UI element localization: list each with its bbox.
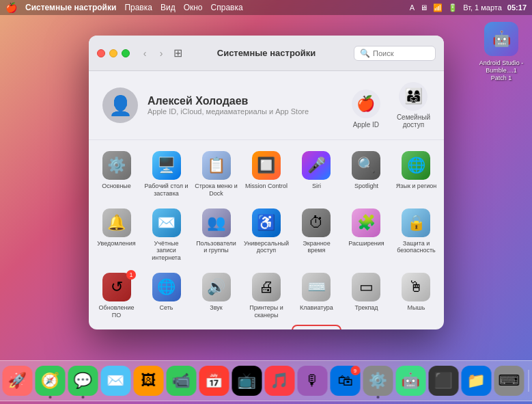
window-titlebar: ‹ › ⊞ Системные настройки 🔍: [89, 36, 444, 71]
pref-label-notifications: Уведомления: [97, 240, 135, 247]
forward-button[interactable]: ›: [154, 46, 168, 60]
pref-item-software[interactable]: 1↺Обновление ПО: [92, 267, 141, 325]
pref-item-dock[interactable]: 📋Строка меню и Dock: [191, 146, 241, 203]
pref-icon-sound: 🔊: [202, 273, 231, 301]
pref-item-sharing[interactable]: 📡Общий доступ: [292, 325, 341, 329]
apple-id-label: Apple ID: [352, 121, 380, 129]
pref-item-printers[interactable]: 🖨Принтеры и сканеры: [241, 267, 292, 325]
pref-item-notifications[interactable]: 🔔Уведомления: [92, 203, 141, 267]
android-studio-label: Android Studio - Bumble....1 Patch 1: [479, 59, 524, 81]
pref-item-general[interactable]: ⚙️Основные: [92, 146, 141, 203]
menu-edit[interactable]: Правка: [124, 3, 152, 12]
dock-item-podcast[interactable]: 🎙: [297, 366, 327, 396]
pref-item-siri[interactable]: 🎤Siri: [292, 146, 341, 203]
dock-item-safari[interactable]: 🧭: [35, 366, 65, 396]
pref-item-battery[interactable]: 💡Экономия энергии: [191, 325, 241, 329]
dock-item-photos[interactable]: 🖼: [133, 366, 163, 396]
menu-bar-right: A 🖥 📶 🔋 Вт, 1 марта 05:17: [410, 3, 527, 12]
pref-item-users[interactable]: 👥Пользователи и группы: [191, 203, 241, 267]
pref-item-mouse[interactable]: 🖱Мышь: [391, 267, 441, 325]
pref-item-spotlight[interactable]: 🔍Spotlight: [341, 146, 391, 203]
family-button[interactable]: 👨‍👩‍👧 Семейный доступ: [397, 82, 430, 129]
app-name[interactable]: Системные настройки: [25, 3, 116, 12]
dock-item-files[interactable]: 📁: [461, 366, 491, 396]
pref-label-spotlight: Spotlight: [354, 183, 378, 190]
pref-item-language[interactable]: 🌐Язык и регион: [391, 146, 441, 203]
apple-id-icon: 🍎: [352, 90, 380, 118]
menu-help[interactable]: Справка: [211, 3, 243, 12]
pref-label-language: Язык и регион: [396, 183, 436, 190]
pref-item-network[interactable]: 🌐Сеть: [141, 267, 191, 325]
pref-icon-screentime: ⏱: [302, 208, 331, 237]
dock-item-messages[interactable]: 💬: [68, 366, 98, 396]
pref-item-trackpad[interactable]: ▭Трекпад: [341, 267, 391, 325]
pref-item-mission[interactable]: 🔲Mission Control: [241, 146, 292, 203]
dock-separator: [528, 370, 529, 392]
pref-item-keyboard[interactable]: ⌨️Клавиатура: [292, 267, 341, 325]
search-input[interactable]: [373, 49, 430, 57]
pref-label-mouse: Мышь: [408, 304, 425, 312]
pref-icon-printers: 🖨: [252, 273, 281, 301]
menu-bar-left: 🍎 Системные настройки Правка Вид Окно Сп…: [5, 2, 243, 13]
grid-view-button[interactable]: ⊞: [173, 46, 182, 59]
window-title: Системные настройки: [217, 48, 316, 58]
dock-item-terminal[interactable]: ⬛: [428, 366, 458, 396]
pref-item-sound[interactable]: 🔊Звук: [191, 267, 241, 325]
dock-item-sysprefs[interactable]: ⚙️: [363, 366, 393, 396]
menu-date: Вт, 1 марта: [463, 3, 502, 12]
pref-item-startup[interactable]: 💾Загрузочный диск: [391, 325, 441, 329]
menu-window[interactable]: Окно: [184, 3, 203, 12]
pref-icon-network: 🌐: [152, 273, 181, 301]
pref-label-software: Обновление ПО: [94, 304, 139, 319]
back-button[interactable]: ‹: [138, 46, 152, 60]
pref-item-internet[interactable]: ✉️Учётные записи интернета: [141, 203, 191, 267]
pref-item-timemachine[interactable]: ⏰Time Machine: [341, 325, 391, 329]
search-bar[interactable]: 🔍: [354, 46, 436, 61]
pref-label-mission: Mission Control: [245, 183, 288, 190]
menu-a-icon: A: [410, 3, 415, 12]
pref-item-security[interactable]: 🔒Защита и безопасность: [391, 203, 441, 267]
dock-dot-sysprefs: [376, 396, 379, 399]
pref-item-screentime[interactable]: ⏱Экранное время: [292, 203, 341, 267]
pref-item-extensions[interactable]: 🧩Расширения: [341, 203, 391, 267]
pref-icon-desktop: 🖥️: [152, 151, 181, 180]
menu-wifi-icon: 📶: [433, 3, 443, 12]
pref-item-sidecar[interactable]: 📱Sidecar: [141, 325, 191, 329]
pref-icon-internet: ✉️: [152, 208, 181, 237]
pref-icon-mission: 🔲: [252, 151, 281, 180]
apple-menu[interactable]: 🍎: [5, 2, 17, 13]
traffic-lights: [97, 49, 130, 57]
dock-dot-safari: [48, 396, 51, 399]
system-preferences-window: ‹ › ⊞ Системные настройки 🔍 👤 Алексей Хо…: [89, 36, 444, 329]
dock-item-keyboard2[interactable]: ⌨: [494, 366, 524, 396]
apple-id-button[interactable]: 🍎 Apple ID: [352, 90, 380, 129]
pref-icon-dock: 📋: [202, 151, 231, 180]
dock-item-music[interactable]: 🎵: [264, 366, 294, 396]
pref-icon-trackpad: ▭: [352, 273, 380, 301]
pref-item-monitors[interactable]: 🖥Мониторы: [92, 325, 141, 329]
preferences-grid: ⚙️Основные🖥️Рабочий стол и заставка📋Стро…: [89, 140, 444, 329]
search-icon: 🔍: [360, 49, 370, 58]
pref-icon-spotlight: 🔍: [352, 151, 380, 180]
pref-item-desktop[interactable]: 🖥️Рабочий стол и заставка: [141, 146, 191, 203]
minimize-button[interactable]: [109, 49, 117, 57]
dock-item-android[interactable]: 🤖: [395, 366, 425, 396]
dock-item-calendar[interactable]: 📅: [199, 366, 229, 396]
maximize-button[interactable]: [122, 49, 130, 57]
close-button[interactable]: [97, 49, 105, 57]
pref-item-accessibility[interactable]: ♿Универсальный доступ: [241, 203, 292, 267]
dock-item-mail[interactable]: ✉️: [100, 366, 130, 396]
pref-badge-software: 1: [126, 270, 136, 280]
menu-display-icon: 🖥: [420, 3, 428, 12]
pref-icon-language: 🌐: [402, 151, 430, 180]
user-profile[interactable]: 👤 Алексей Холодаев Apple ID, iCloud, мед…: [89, 71, 444, 140]
dock-item-tv[interactable]: 📺: [232, 366, 262, 396]
pref-item-datetime[interactable]: 🗓Дата и время: [241, 325, 292, 329]
desktop-icon-android-studio[interactable]: 🤖 Android Studio - Bumble....1 Patch 1: [477, 22, 525, 81]
menu-view[interactable]: Вид: [160, 3, 176, 12]
dock-item-appstore[interactable]: 🛍9: [330, 366, 360, 396]
pref-icon-keyboard: ⌨️: [302, 273, 331, 301]
pref-label-printers: Принтеры и сканеры: [244, 304, 289, 319]
dock-item-facetime[interactable]: 📹: [166, 366, 196, 396]
dock-item-launchpad[interactable]: 🚀: [2, 366, 32, 396]
